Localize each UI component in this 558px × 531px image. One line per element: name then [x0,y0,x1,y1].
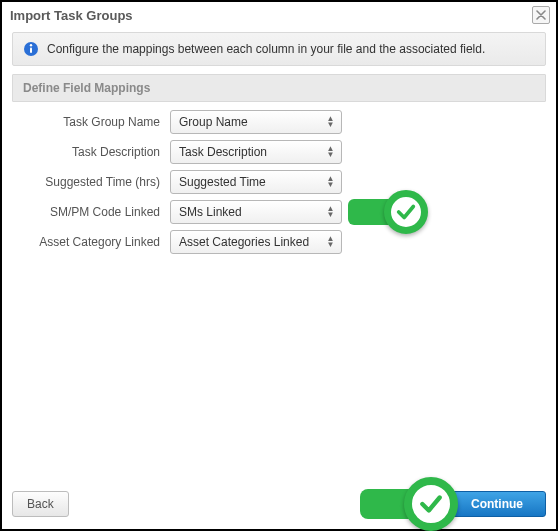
field-label: SM/PM Code Linked [12,205,170,219]
dialog-content: Configure the mappings between each colu… [2,28,556,527]
check-icon [418,491,444,517]
field-row-smpm-code-linked: SM/PM Code Linked SMs Linked ▲▼ [12,200,546,224]
back-button-label: Back [27,497,54,511]
check-icon [395,201,417,223]
field-mappings: Task Group Name Group Name ▲▼ Task Descr… [12,110,546,254]
select-value: Suggested Time [179,175,266,189]
field-row-suggested-time: Suggested Time (hrs) Suggested Time ▲▼ [12,170,546,194]
button-bar: Back Continue [12,491,546,517]
updown-icon: ▲▼ [325,231,336,253]
select-task-description[interactable]: Task Description ▲▼ [170,140,342,164]
select-suggested-time[interactable]: Suggested Time ▲▼ [170,170,342,194]
select-asset-category-linked[interactable]: Asset Categories Linked ▲▼ [170,230,342,254]
select-smpm-code-linked[interactable]: SMs Linked ▲▼ [170,200,342,224]
close-button[interactable] [532,6,550,24]
updown-icon: ▲▼ [325,171,336,193]
select-value: Task Description [179,145,267,159]
select-value: SMs Linked [179,205,242,219]
info-text: Configure the mappings between each colu… [47,42,485,56]
field-row-asset-category-linked: Asset Category Linked Asset Categories L… [12,230,546,254]
dialog-title: Import Task Groups [10,8,133,23]
updown-icon: ▲▼ [325,201,336,223]
title-bar: Import Task Groups [2,2,556,28]
info-bar: Configure the mappings between each colu… [12,32,546,66]
import-dialog: Import Task Groups Configure the mapping… [0,0,558,531]
select-task-group-name[interactable]: Group Name ▲▼ [170,110,342,134]
field-label: Task Group Name [12,115,170,129]
field-label: Task Description [12,145,170,159]
back-button[interactable]: Back [12,491,69,517]
updown-icon: ▲▼ [325,111,336,133]
select-value: Group Name [179,115,248,129]
field-label: Asset Category Linked [12,235,170,249]
field-row-task-group-name: Task Group Name Group Name ▲▼ [12,110,546,134]
section-header: Define Field Mappings [12,74,546,102]
field-row-task-description: Task Description Task Description ▲▼ [12,140,546,164]
continue-button[interactable]: Continue [448,491,546,517]
continue-button-label: Continue [471,497,523,511]
select-value: Asset Categories Linked [179,235,309,249]
info-icon [23,41,39,57]
annotation-check-1 [348,190,428,234]
close-icon [536,10,546,20]
field-label: Suggested Time (hrs) [12,175,170,189]
updown-icon: ▲▼ [325,141,336,163]
annotation-check-2 [360,477,458,531]
svg-rect-1 [30,48,32,54]
svg-point-2 [30,44,32,46]
